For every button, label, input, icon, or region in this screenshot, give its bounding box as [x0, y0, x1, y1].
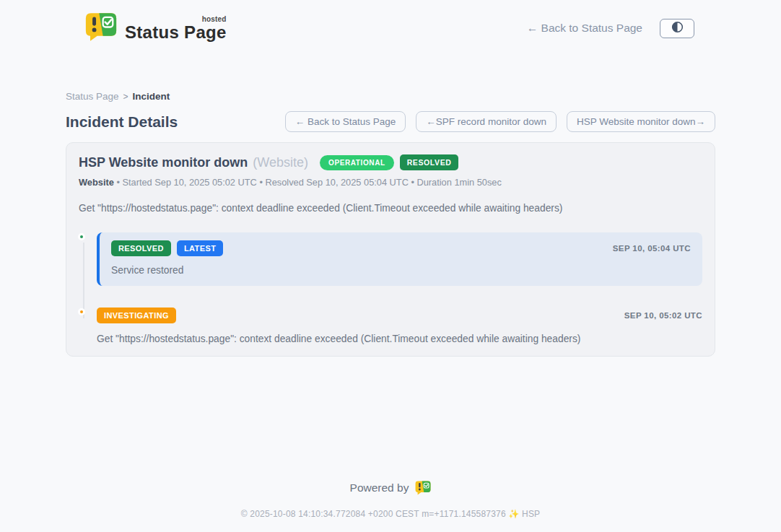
status-page-logo-icon [85, 12, 117, 45]
timeline-connector-line [83, 243, 84, 318]
theme-toggle-button[interactable] [660, 19, 694, 38]
header-actions: ← Back to Status Page [527, 19, 694, 38]
main-content: Status Page>Incident Incident Details ← … [66, 46, 715, 357]
timeline-entry-investigating: INVESTIGATING SEP 10, 05:02 UTC Get "htt… [97, 308, 702, 344]
copyright-line: © 2025-10-08 14:10:34.772084 +0200 CEST … [0, 509, 781, 519]
prev-incident-button[interactable]: ←SPF record monitor down [416, 111, 557, 132]
operational-badge: OPERATIONAL [320, 155, 394, 170]
timeline-timestamp: SEP 10, 05:02 UTC [624, 311, 702, 320]
powered-by-label: Powered by [350, 481, 409, 494]
header: hosted Status Page ← Back to Status Page [0, 0, 781, 46]
site-logo[interactable]: hosted Status Page [85, 12, 227, 45]
incident-component: (Website) [253, 155, 308, 170]
meta-details: • Started Sep 10, 2025 05:02 UTC • Resol… [114, 177, 502, 188]
incident-timeline: RESOLVED LATEST SEP 10, 05:04 UTC Servic… [79, 232, 702, 344]
incident-description: Get "https://hostedstatus.page": context… [79, 203, 702, 214]
green-dot-icon [78, 233, 85, 240]
timeline-entry-header: INVESTIGATING SEP 10, 05:02 UTC [97, 308, 702, 323]
incident-meta: Website • Started Sep 10, 2025 05:02 UTC… [79, 177, 702, 188]
half-circle-icon [671, 20, 684, 36]
breadcrumb-root[interactable]: Status Page [66, 91, 119, 102]
header-back-link[interactable]: ← Back to Status Page [527, 22, 642, 35]
orange-dot-icon [78, 308, 85, 315]
page-title: Incident Details [66, 113, 178, 131]
hsp-logo-icon[interactable] [415, 481, 431, 495]
incident-nav-buttons: ← Back to Status Page ←SPF record monito… [285, 111, 715, 132]
timeline-badges: RESOLVED LATEST [111, 240, 223, 256]
brand-name: Status Page [125, 24, 227, 41]
timeline-entry-header: RESOLVED LATEST SEP 10, 05:04 UTC [111, 240, 691, 256]
breadcrumb-current: Incident [133, 91, 170, 102]
timeline-badges: INVESTIGATING [97, 308, 176, 323]
incident-title: HSP Website monitor down [79, 155, 248, 170]
latest-badge: LATEST [177, 240, 223, 256]
timeline-entry-latest: RESOLVED LATEST SEP 10, 05:04 UTC Servic… [97, 232, 702, 286]
resolved-badge: RESOLVED [111, 240, 171, 256]
investigating-badge: INVESTIGATING [97, 308, 176, 323]
powered-by: Powered by [0, 481, 781, 495]
timeline-timestamp: SEP 10, 05:04 UTC [613, 244, 691, 253]
resolved-status-badge: RESOLVED [400, 154, 459, 170]
next-incident-button[interactable]: HSP Website monitor down→ [567, 111, 715, 132]
timeline-message: Service restored [111, 265, 691, 276]
breadcrumb-separator: > [123, 92, 128, 102]
incident-card: HSP Website monitor down (Website) OPERA… [66, 142, 715, 357]
logo-superscript: hosted [202, 16, 227, 23]
meta-component: Website [79, 177, 114, 188]
footer: Powered by © 2025-10-08 14:10:34.772084 … [0, 481, 781, 519]
timeline-message: Get "https://hostedstatus.page": context… [97, 333, 702, 344]
incident-title-row: HSP Website monitor down (Website) OPERA… [79, 154, 702, 170]
breadcrumb: Status Page>Incident [66, 46, 715, 102]
title-row: Incident Details ← Back to Status Page ←… [66, 111, 715, 132]
back-to-status-page-button[interactable]: ← Back to Status Page [285, 111, 406, 132]
logo-text: hosted Status Page [125, 16, 227, 41]
